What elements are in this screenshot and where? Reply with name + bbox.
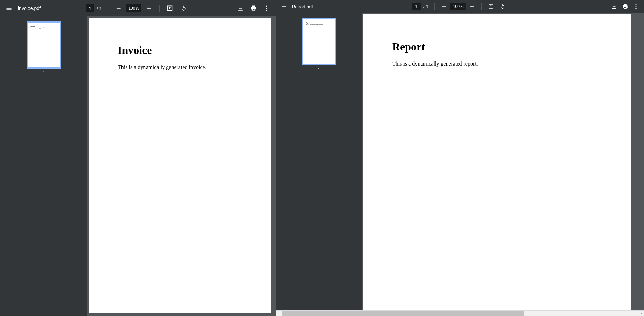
scrollbar-thumb[interactable] — [282, 311, 524, 316]
fit-page-icon[interactable] — [164, 2, 176, 14]
document-viewport[interactable]: Invoice This is a dynamically generated … — [87, 16, 276, 316]
thumbnail-title: Invoice — [31, 25, 35, 27]
more-icon[interactable] — [260, 2, 273, 14]
page-number-input[interactable] — [412, 3, 421, 10]
filename-label: Report.pdf — [292, 4, 313, 9]
toolbar: Report.pdf / 1 — [276, 0, 644, 13]
zoom-in-icon[interactable] — [467, 1, 477, 12]
document-body-text: This is a dynamically generated invoice. — [118, 64, 242, 70]
thumbnail-body: This is a dynamically generated report. — [306, 24, 324, 25]
thumbnail-sidebar: Invoice This is a dynamically generated … — [0, 16, 87, 316]
document-heading: Report — [392, 40, 602, 53]
page-thumbnail[interactable]: Report This is a dynamically generated r… — [302, 18, 336, 65]
print-icon[interactable] — [247, 2, 260, 14]
page-total-label: / 1 — [423, 4, 428, 9]
horizontal-scrollbar[interactable]: ‹ › — [276, 310, 644, 316]
svg-point-5 — [636, 8, 637, 9]
separator — [481, 3, 482, 10]
rotate-icon[interactable] — [177, 2, 190, 14]
svg-point-3 — [636, 4, 637, 5]
download-icon[interactable] — [234, 2, 247, 14]
download-icon[interactable] — [609, 1, 619, 12]
menu-icon[interactable] — [279, 1, 289, 12]
separator — [159, 5, 160, 12]
scroll-right-icon[interactable]: › — [638, 311, 644, 316]
rotate-icon[interactable] — [497, 1, 508, 12]
thumbnail-body: This is a dynamically generated invoice. — [31, 27, 49, 29]
zoom-level-input[interactable] — [450, 3, 466, 10]
svg-point-1 — [266, 8, 267, 9]
svg-point-2 — [266, 10, 267, 11]
thumbnail-title: Report — [306, 22, 310, 24]
filename-label: invoice.pdf — [18, 5, 41, 11]
thumbnail-number: 1 — [43, 71, 45, 75]
document-heading: Invoice — [118, 44, 242, 57]
zoom-in-icon[interactable] — [143, 2, 155, 14]
fit-page-icon[interactable] — [486, 1, 496, 12]
separator — [108, 5, 108, 12]
separator — [434, 3, 435, 10]
thumbnail-sidebar: Report This is a dynamically generated r… — [276, 13, 362, 310]
zoom-out-icon[interactable] — [439, 1, 449, 12]
toolbar: invoice.pdf / 1 — [0, 0, 276, 16]
svg-point-4 — [636, 6, 637, 7]
document-body-text: This is a dynamically generated report. — [392, 61, 602, 67]
thumbnail-number: 1 — [318, 67, 320, 72]
pdf-viewer-right: Report.pdf / 1 Report — [276, 0, 644, 316]
pdf-page: Invoice This is a dynamically generated … — [89, 18, 271, 313]
page-total-label: / 1 — [97, 6, 102, 11]
menu-icon[interactable] — [3, 2, 15, 14]
scrollbar-track[interactable] — [282, 311, 638, 316]
zoom-out-icon[interactable] — [113, 2, 125, 14]
pdf-page: Report This is a dynamically generated r… — [363, 14, 631, 310]
zoom-level-input[interactable] — [126, 4, 141, 12]
page-thumbnail[interactable]: Invoice This is a dynamically generated … — [27, 21, 61, 69]
pdf-viewer-left: invoice.pdf / 1 Invoic — [0, 0, 276, 316]
page-number-input[interactable] — [86, 4, 94, 12]
svg-point-0 — [266, 6, 267, 7]
scroll-left-icon[interactable]: ‹ — [276, 311, 282, 316]
document-viewport[interactable]: Report This is a dynamically generated r… — [362, 13, 644, 310]
print-icon[interactable] — [620, 1, 630, 12]
more-icon[interactable] — [631, 1, 641, 12]
